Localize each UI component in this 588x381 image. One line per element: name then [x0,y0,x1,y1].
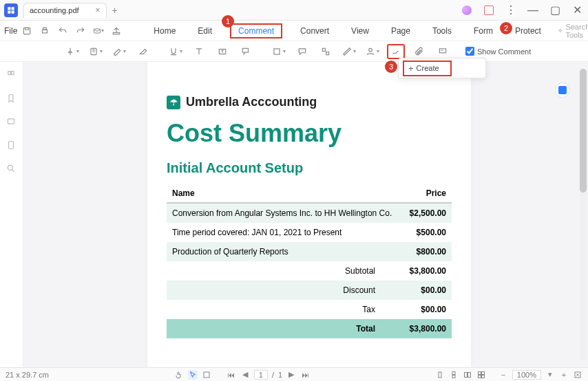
svg-rect-27 [481,375,484,378]
save-icon[interactable] [21,25,32,36]
first-page-icon[interactable]: ⏮ [227,370,236,380]
svg-rect-0 [24,28,30,34]
gift-icon[interactable] [482,3,496,17]
show-comment-checkbox[interactable] [465,47,474,56]
pdf-page: ☂ Umbrella Acccounting Cost Summary Init… [147,62,471,367]
svg-rect-19 [439,372,441,378]
zoom-in-icon[interactable]: + [559,370,569,380]
pin-tool-icon[interactable]: ▾ [63,44,81,59]
close-tab-icon[interactable]: × [96,6,101,15]
callout-badge-1: 1 [222,15,234,28]
text-tool-icon[interactable] [190,44,208,59]
table-row: Production of Quarterly Reports$800.00 [167,242,452,261]
brand-name: Umbrella Acccounting [186,95,317,109]
word-sync-badge-icon[interactable] [555,83,570,98]
prev-page-icon[interactable]: ◀ [240,370,250,380]
create-signature-button[interactable]: 3 + Create [403,61,452,76]
table-row: Time period covered: JAN 01, 2021 to Pre… [167,223,452,242]
menu-home[interactable]: Home [149,23,180,39]
menu-items: Home Edit 1 Comment Convert View Page To… [149,23,545,39]
comment-bubble-icon[interactable] [293,44,311,59]
svg-rect-4 [114,32,120,34]
measure-tool-icon[interactable]: ▾ [340,44,358,59]
note-tool-icon[interactable]: ▾ [87,44,105,59]
window-minimize-button[interactable]: ― [526,3,540,17]
hide-comments-icon[interactable] [434,44,452,59]
plus-icon: + [408,63,414,74]
current-page[interactable]: 1 [254,370,268,380]
continuous-view-icon[interactable] [449,370,459,380]
two-continuous-view-icon[interactable] [476,370,486,380]
svg-rect-22 [464,372,467,377]
vertical-scrollbar[interactable] [580,69,587,360]
window-maximize-button[interactable]: ▢ [548,3,562,17]
left-sidebar [0,62,23,367]
title-bar: accounting.pdf × + ⋮ ― ▢ ✕ [0,0,588,21]
avatar-icon[interactable] [460,3,474,17]
table-header-row: Name Price [167,184,452,203]
document-tab-label: accounting.pdf [30,6,79,14]
menu-form[interactable]: Form [470,23,497,39]
zoom-dropdown-icon[interactable]: ▾ [545,370,555,380]
svg-rect-8 [274,48,280,54]
app-logo [4,3,18,17]
svg-rect-26 [478,375,481,378]
callout-tool-icon[interactable] [237,44,255,59]
menu-protect[interactable]: Protect [511,23,545,39]
menu-edit[interactable]: Edit [193,23,216,39]
page-sep: / [272,371,274,379]
share-icon[interactable] [111,25,122,36]
zoom-out-icon[interactable]: − [498,370,508,380]
last-page-icon[interactable]: ⏭ [300,370,310,380]
menu-comment[interactable]: Comment [234,23,278,39]
eraser-tool-icon[interactable] [134,44,151,59]
signature-tool-icon[interactable] [387,44,405,59]
fit-page-icon[interactable] [573,370,582,380]
doc-section: Initial Account Setup [167,160,452,176]
print-icon[interactable] [39,25,50,36]
highlight-tool-icon[interactable]: ▾ [110,44,128,59]
menu-page[interactable]: Page [387,23,414,39]
callout-comment: 1 Comment [230,23,282,39]
select-tool-icon[interactable] [188,370,198,380]
show-comment-toggle[interactable]: Show Comment [465,47,531,56]
svg-rect-13 [8,72,10,75]
zoom-level[interactable]: 100% [512,370,541,380]
thumbnails-icon[interactable] [6,70,17,81]
table-row: Conversion from Angular Systems Inc. to … [167,203,452,223]
textbox-tool-icon[interactable] [213,44,231,59]
kebab-menu-icon[interactable]: ⋮ [504,3,518,17]
stamp-person-icon[interactable]: ▾ [364,44,381,59]
area-highlight-icon[interactable] [317,44,335,59]
underline-tool-icon[interactable]: ▾ [167,44,185,59]
mail-icon[interactable]: ▾ [93,25,104,36]
redo-icon[interactable] [75,25,86,36]
two-page-view-icon[interactable] [463,370,472,380]
tax-row: Tax$00.00 [167,300,452,319]
shape-tool-icon[interactable]: ▾ [270,44,288,59]
scrollbar-thumb[interactable] [580,69,587,193]
discount-row: Discount$00.00 [167,281,452,300]
hand-tool-icon[interactable] [174,370,184,380]
attachment-tool-icon[interactable] [410,44,428,59]
attachments-panel-icon[interactable] [6,140,17,151]
search-panel-icon[interactable] [6,164,17,175]
comments-panel-icon[interactable] [6,117,17,128]
document-canvas: ☂ Umbrella Acccounting Cost Summary Init… [23,62,588,367]
svg-rect-20 [452,371,455,374]
single-page-view-icon[interactable] [435,370,445,380]
document-tab[interactable]: accounting.pdf × [23,3,107,18]
menu-view[interactable]: View [347,23,373,39]
next-page-icon[interactable]: ▶ [286,370,296,380]
menu-tools[interactable]: Tools [428,23,456,39]
bookmarks-icon[interactable] [6,94,17,105]
cost-table: Name Price Conversion from Angular Syste… [167,184,452,338]
menu-convert[interactable]: Convert [296,23,333,39]
new-tab-button[interactable]: + [112,5,118,16]
reading-mode-icon[interactable] [202,370,211,380]
window-close-button[interactable]: ✕ [570,3,584,17]
menu-file[interactable]: File [4,26,17,36]
svg-rect-9 [322,48,325,51]
search-tools[interactable]: Search Tools [558,23,588,39]
undo-icon[interactable] [57,25,68,36]
